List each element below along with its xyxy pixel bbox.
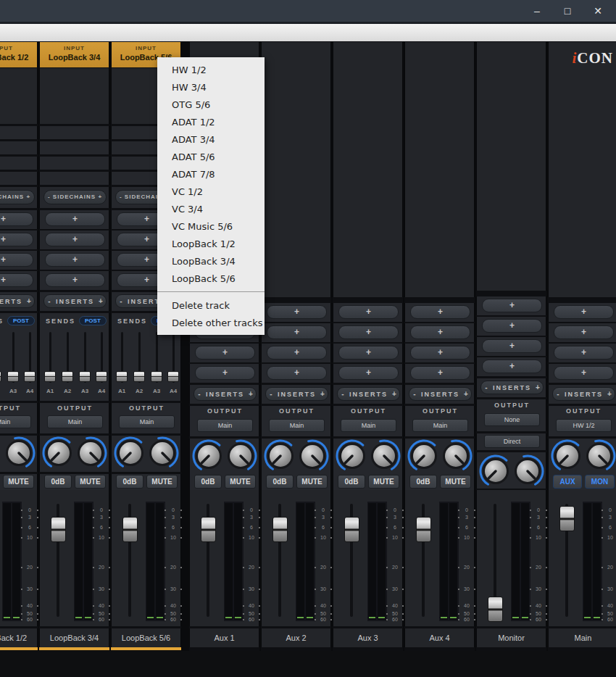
add-insert-button[interactable]: +: [267, 305, 327, 319]
zero-db-button[interactable]: 0dB: [116, 475, 143, 489]
pan-knob[interactable]: [582, 439, 616, 473]
output-select-button[interactable]: HW 1/2: [556, 419, 612, 432]
output-select-button[interactable]: Main: [412, 419, 468, 432]
track-name[interactable]: Main: [548, 628, 616, 647]
inserts-collapse-button[interactable]: -: [194, 390, 204, 398]
add-insert-button[interactable]: +: [338, 366, 399, 380]
add-insert-button[interactable]: +: [338, 305, 399, 319]
fader-handle[interactable]: [201, 517, 216, 542]
menu-item-input-option[interactable]: VC Music 5/6: [157, 218, 265, 236]
menu-item-action[interactable]: Delete track: [157, 297, 265, 315]
inserts-collapse-button[interactable]: -: [409, 390, 420, 398]
gain-knob[interactable]: [191, 439, 226, 473]
track-name[interactable]: Aux 1: [189, 628, 259, 647]
output-select-button[interactable]: Main: [119, 415, 175, 428]
send-fader-handle[interactable]: [0, 371, 1, 382]
maximize-button-icon[interactable]: □: [555, 1, 580, 20]
add-insert-button[interactable]: +: [482, 360, 542, 373]
add-insert-button[interactable]: +: [482, 339, 542, 353]
add-insert-button[interactable]: +: [45, 212, 105, 226]
menu-item-input-option[interactable]: LoopBack 1/2: [157, 236, 265, 253]
inserts-add-button[interactable]: +: [533, 383, 543, 391]
track-name[interactable]: LoopBack 3/4: [39, 628, 109, 647]
mute-button[interactable]: MUTE: [3, 475, 34, 489]
menu-item-input-option[interactable]: LoopBack 5/6: [157, 270, 265, 288]
post-toggle-badge[interactable]: POST: [79, 316, 107, 325]
fader-handle[interactable]: [122, 517, 138, 542]
pan-knob[interactable]: [145, 436, 180, 470]
minimize-button-icon[interactable]: –: [525, 1, 549, 20]
add-insert-button[interactable]: +: [410, 325, 470, 339]
output-select-button[interactable]: Main: [341, 419, 396, 432]
input-header[interactable]: INPUTLoopBack 1/2: [0, 42, 38, 67]
menu-item-input-option[interactable]: HW 3/4: [157, 79, 265, 96]
add-insert-button[interactable]: +: [267, 325, 327, 339]
menu-item-input-option[interactable]: VC 1/2: [157, 183, 265, 201]
gain-knob[interactable]: [550, 439, 585, 473]
add-insert-button[interactable]: +: [195, 346, 255, 360]
output-select-button[interactable]: Main: [269, 419, 325, 432]
menu-item-input-option[interactable]: OTG 5/6: [157, 96, 265, 114]
mute-button[interactable]: MUTE: [368, 475, 399, 489]
sidechains-button[interactable]: - SIDECHAINS +: [0, 190, 35, 204]
menu-item-input-option[interactable]: ADAT 1/2: [157, 114, 265, 131]
zero-db-button[interactable]: 0dB: [338, 475, 365, 489]
menu-item-action[interactable]: Delete other tracks: [157, 315, 265, 332]
output-select-button[interactable]: Main: [47, 415, 103, 428]
zero-db-button[interactable]: 0dB: [409, 475, 437, 489]
fader-handle[interactable]: [51, 517, 66, 542]
track-name[interactable]: LoopBack 1/2: [0, 628, 38, 647]
send-fader-handle[interactable]: [151, 371, 162, 382]
add-insert-button[interactable]: +: [0, 212, 33, 226]
add-insert-button[interactable]: +: [554, 305, 614, 319]
gain-knob[interactable]: [113, 436, 148, 470]
post-toggle-badge[interactable]: POST: [7, 316, 35, 325]
inserts-add-button[interactable]: +: [389, 390, 399, 398]
inserts-add-button[interactable]: +: [24, 297, 34, 305]
send-fader-handle[interactable]: [62, 371, 73, 382]
pan-knob[interactable]: [367, 439, 401, 473]
track-name[interactable]: LoopBack 5/6: [111, 628, 181, 647]
gain-knob[interactable]: [263, 439, 298, 473]
add-insert-button[interactable]: +: [338, 346, 399, 360]
send-fader-handle[interactable]: [24, 371, 36, 382]
mute-button[interactable]: MUTE: [75, 475, 106, 489]
add-insert-button[interactable]: +: [267, 366, 327, 380]
menu-item-input-option[interactable]: LoopBack 3/4: [157, 253, 265, 270]
mute-button[interactable]: MUTE: [296, 475, 328, 489]
add-insert-button[interactable]: +: [482, 299, 542, 312]
add-insert-button[interactable]: +: [482, 319, 542, 333]
close-button-icon[interactable]: ✕: [586, 1, 610, 20]
send-fader-handle[interactable]: [7, 371, 19, 382]
add-insert-button[interactable]: +: [410, 346, 470, 360]
add-insert-button[interactable]: +: [338, 325, 399, 339]
send-fader-handle[interactable]: [133, 371, 145, 382]
inserts-bar[interactable]: -INSERTS+: [43, 294, 107, 308]
mute-button[interactable]: MUTE: [146, 475, 178, 489]
fader-handle[interactable]: [272, 517, 288, 542]
fader-handle[interactable]: [344, 517, 359, 542]
pan-knob[interactable]: [223, 439, 258, 473]
inserts-bar[interactable]: -INSERTS+: [193, 387, 257, 401]
inserts-bar[interactable]: -INSERTS+: [480, 381, 544, 394]
inserts-collapse-button[interactable]: -: [553, 390, 563, 398]
direct-button[interactable]: Direct: [484, 435, 540, 448]
output-select-button[interactable]: Main: [197, 419, 253, 432]
mute-button[interactable]: MUTE: [225, 475, 256, 489]
pan-knob[interactable]: [438, 439, 473, 473]
menu-item-input-option[interactable]: HW 1/2: [157, 62, 265, 79]
fader-handle[interactable]: [559, 506, 575, 531]
add-insert-button[interactable]: +: [195, 366, 255, 380]
pan-knob[interactable]: [295, 439, 330, 473]
fader-handle[interactable]: [416, 517, 431, 542]
menu-item-input-option[interactable]: ADAT 3/4: [157, 131, 265, 149]
inserts-bar[interactable]: -INSERTS+: [0, 294, 35, 308]
inserts-bar[interactable]: -INSERTS+: [265, 387, 328, 401]
menu-item-input-option[interactable]: ADAT 7/8: [157, 166, 265, 183]
add-insert-button[interactable]: +: [554, 325, 614, 339]
input-header[interactable]: INPUTLoopBack 3/4: [39, 42, 109, 67]
zero-db-button[interactable]: 0dB: [44, 475, 72, 489]
send-fader-handle[interactable]: [44, 371, 56, 382]
track-name[interactable]: Aux 4: [404, 628, 475, 647]
gain-knob[interactable]: [407, 439, 441, 473]
